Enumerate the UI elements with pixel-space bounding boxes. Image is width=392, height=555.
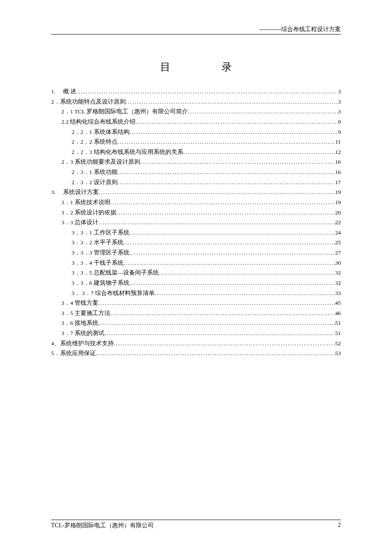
- toc-entry: 2．3 系统功能要求及设计原则16: [51, 157, 341, 167]
- toc-entry: 2．3．1 系统功能16: [51, 167, 341, 177]
- toc-entry-leader: [126, 97, 338, 107]
- toc-entry: 3． 3．7 综合布线材料预算清单 33: [51, 288, 341, 298]
- toc-entry-leader: [124, 237, 335, 248]
- toc-entry: 3．3．4 干线子系统30: [51, 258, 341, 268]
- table-of-contents: 1. 概 述32．系统功能特点及设计原则32．1 TCL 罗格朗国际电工（惠州）…: [51, 87, 341, 358]
- footer-company: TCL-罗格朗国际电工（惠州）有限公司: [51, 522, 154, 529]
- toc-entry-page: 11: [335, 137, 341, 147]
- toc-entry-label: 3．5 主要施工方法: [61, 308, 110, 318]
- toc-entry: 2.2 结构化综合布线系统介绍9: [51, 117, 341, 127]
- toc-entry-leader: [114, 338, 335, 349]
- toc-entry-leader: [159, 268, 335, 278]
- toc-entry-label: 3．2 系统设计的依据: [61, 208, 116, 218]
- toc-entry-page: 3: [338, 107, 341, 117]
- toc-entry-page: 51: [335, 328, 341, 338]
- toc-entry-page: 33: [335, 288, 341, 298]
- toc-entry: 3．3．2 水平子系统 25: [51, 237, 341, 248]
- toc-entry: 5．系统应用保证53: [51, 348, 341, 358]
- toc-entry-label: 2．3．1 系统功能: [72, 167, 118, 177]
- toc-entry-label: 3．3．3 管理区子系统: [72, 248, 130, 258]
- toc-entry-page: 16: [335, 167, 341, 177]
- toc-entry-label: 5．系统应用保证: [51, 348, 96, 358]
- toc-entry-page: 32: [335, 268, 341, 278]
- toc-entry-leader: [99, 187, 335, 197]
- toc-entry-page: 9: [338, 127, 341, 137]
- toc-entry-label: 4、系统维护与技术支持: [51, 338, 114, 349]
- toc-entry-page: 32: [335, 278, 341, 288]
- toc-entry-label: 3．3．5 总配线架—设备间子系统: [72, 268, 159, 278]
- toc-entry-leader: [140, 157, 335, 167]
- toc-entry: 3．3 总体设计22: [51, 217, 341, 228]
- toc-entry: 3．3．3 管理区子系统27: [51, 248, 341, 258]
- toc-entry-label: 3．3．6 建筑物子系统: [72, 278, 130, 288]
- toc-entry: 2．2．1 系统体系结构9: [51, 127, 341, 137]
- toc-entry: 3．3．6 建筑物子系统 32: [51, 278, 341, 288]
- toc-entry-page: 20: [335, 208, 341, 218]
- toc-entry: 3. 系统设计方案19: [51, 187, 341, 197]
- toc-entry-page: 3: [338, 97, 341, 107]
- toc-entry-label: 3．3．4 干线子系统: [72, 258, 124, 268]
- toc-entry-label: 3．3．1 工作区子系统: [72, 228, 130, 238]
- toc-entry-leader: [96, 348, 335, 358]
- toc-entry-leader: [183, 147, 335, 157]
- toc-entry-leader: [110, 197, 335, 208]
- toc-entry-leader: [98, 298, 335, 308]
- toc-entry: 4、系统维护与技术支持52: [51, 338, 341, 349]
- toc-entry-label: 3．7 系统的测试: [61, 328, 104, 338]
- toc-entry-page: 51: [335, 318, 341, 328]
- toc-entry-leader: [118, 177, 335, 188]
- toc-entry-label: 3． 3．7 综合布线材料预算清单: [72, 288, 155, 298]
- toc-entry: 3．2 系统设计的依据20: [51, 208, 341, 218]
- toc-entry-page: 19: [335, 197, 341, 208]
- toc-entry-page: 17: [335, 177, 341, 188]
- toc-entry-page: 46: [335, 308, 341, 318]
- toc-entry: 3．3．5 总配线架—设备间子系统32: [51, 268, 341, 278]
- toc-entry: 2．2．3 结构化布线系统与应用系统的关系12: [51, 147, 341, 157]
- toc-entry-leader: [124, 258, 335, 268]
- toc-entry-page: 22: [335, 217, 341, 228]
- toc-entry-page: 45: [335, 298, 341, 308]
- toc-entry-label: 2．系统功能特点及设计原则: [51, 97, 126, 107]
- toc-entry-leader: [116, 208, 335, 218]
- toc-entry-label: 2．3．2 设计原则: [72, 177, 118, 188]
- toc-entry-leader: [98, 318, 335, 328]
- toc-entry-leader: [104, 328, 335, 338]
- toc-entry-label: 3．6 接地系统: [61, 318, 98, 328]
- toc-entry-leader: [118, 167, 335, 177]
- toc-entry: 2．2．2 系统特点11: [51, 137, 341, 147]
- toc-entry: 2．1 TCL 罗格朗国际电工（惠州）有限公司简介 3: [51, 107, 341, 117]
- toc-entry-page: 24: [335, 228, 341, 238]
- toc-entry-page: 12: [335, 147, 341, 157]
- toc-entry-label: 2．3 系统功能要求及设计原则: [61, 157, 140, 167]
- toc-entry: 3．1 系统技术说明19: [51, 197, 341, 208]
- toc-entry-leader: [135, 117, 338, 127]
- toc-entry-leader: [130, 278, 335, 288]
- toc-entry-page: 53: [335, 348, 341, 358]
- toc-entry-page: 52: [335, 338, 341, 349]
- toc-entry: 3．5 主要施工方法46: [51, 308, 341, 318]
- toc-entry-leader: [118, 137, 335, 147]
- toc-entry-label: 1. 概 述: [51, 87, 76, 97]
- document-page: -----------综合布线工程设计方案 目录 1. 概 述32．系统功能特点…: [0, 0, 392, 358]
- toc-entry: 2．3．2 设计原则17: [51, 177, 341, 188]
- toc-entry-page: 30: [335, 258, 341, 268]
- toc-entry: 3．7 系统的测试51: [51, 328, 341, 338]
- toc-entry-page: 27: [335, 248, 341, 258]
- toc-entry-leader: [188, 107, 338, 117]
- toc-entry-label: 2．2．2 系统特点: [72, 137, 118, 147]
- toc-entry-page: 9: [338, 117, 341, 127]
- toc-entry-label: 3．3．2 水平子系统: [72, 237, 124, 248]
- toc-entry: 3．6 接地系统51: [51, 318, 341, 328]
- toc-entry: 2．系统功能特点及设计原则3: [51, 97, 341, 107]
- toc-entry-label: 2．1 TCL 罗格朗国际电工（惠州）有限公司简介: [61, 107, 188, 117]
- toc-entry-label: 3．3 总体设计: [61, 217, 98, 228]
- footer: TCL-罗格朗国际电工（惠州）有限公司 2: [51, 520, 341, 529]
- toc-entry: 3．4 管线方案45: [51, 298, 341, 308]
- toc-entry-label: 2.2 结构化综合布线系统介绍: [61, 117, 135, 127]
- toc-entry-label: 2．2．1 系统体系结构: [72, 127, 130, 137]
- toc-entry-label: 3．1 系统技术说明: [61, 197, 110, 208]
- toc-entry-leader: [155, 288, 335, 298]
- toc-entry: 3．3．1 工作区子系统 24: [51, 228, 341, 238]
- toc-entry-page: 25: [335, 237, 341, 248]
- header-text: -----------综合布线工程设计方案: [51, 26, 341, 33]
